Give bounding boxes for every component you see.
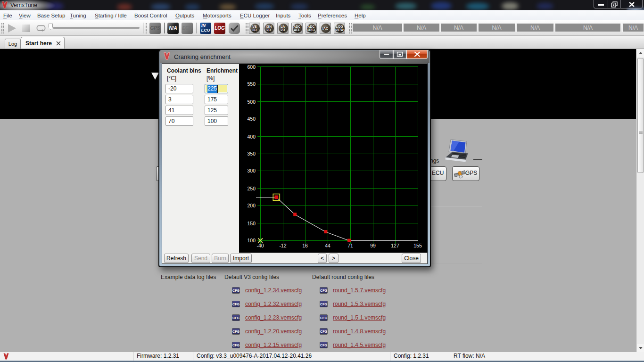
svg-text:500: 500	[247, 99, 256, 105]
svg-text:600: 600	[247, 64, 256, 70]
svg-text:550: 550	[247, 81, 256, 87]
svg-text:155: 155	[413, 243, 422, 248]
svg-text:100: 100	[247, 238, 256, 243]
svg-text:127: 127	[391, 243, 399, 248]
svg-text:350: 350	[247, 151, 256, 156]
svg-text:250: 250	[247, 186, 256, 191]
svg-text:16: 16	[302, 243, 308, 248]
svg-text:450: 450	[247, 116, 256, 122]
svg-text:-40: -40	[256, 243, 264, 248]
svg-text:71: 71	[347, 243, 353, 248]
svg-text:300: 300	[247, 168, 256, 173]
svg-text:-12: -12	[279, 243, 286, 248]
svg-text:200: 200	[247, 203, 256, 208]
svg-text:99: 99	[370, 243, 376, 248]
svg-text:44: 44	[325, 243, 330, 248]
svg-text:150: 150	[247, 221, 256, 226]
svg-text:400: 400	[247, 134, 256, 140]
